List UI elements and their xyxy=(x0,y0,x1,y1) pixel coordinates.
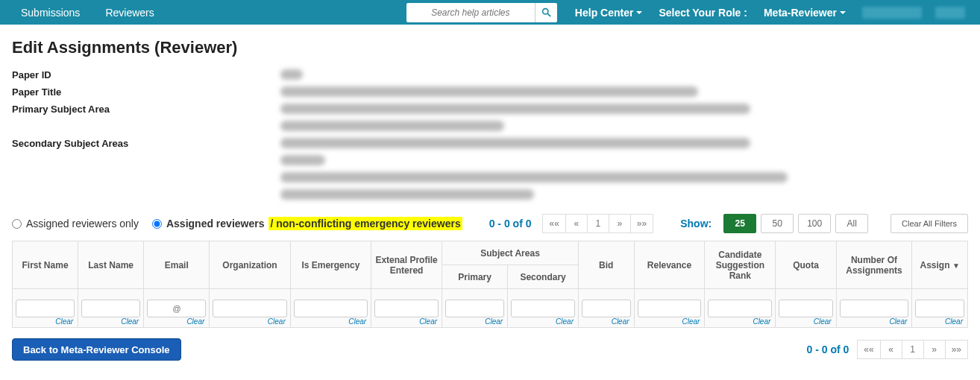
show-all[interactable]: All xyxy=(835,214,868,233)
filter-first-name[interactable] xyxy=(16,300,75,317)
nav-reviewers[interactable]: Reviewers xyxy=(95,1,164,25)
pager-next[interactable]: » xyxy=(609,214,631,233)
show-label: Show: xyxy=(680,218,712,229)
search-group xyxy=(406,3,557,22)
paper-id-label: Paper ID xyxy=(12,69,280,80)
pager-first[interactable]: «« xyxy=(542,214,565,233)
pager-bottom: «« « 1 » »» xyxy=(858,340,968,359)
filter-num-assignments[interactable] xyxy=(840,300,909,317)
back-to-console-button[interactable]: Back to Meta-Reviewer Console xyxy=(12,338,181,361)
filter-is-emergency[interactable] xyxy=(294,300,368,317)
filter-assign[interactable] xyxy=(915,300,964,317)
filter-organization[interactable] xyxy=(213,300,286,317)
radio-assigned-only-input[interactable] xyxy=(12,219,22,229)
paper-title-value-redacted xyxy=(280,86,698,97)
primary-area-value-redacted xyxy=(280,104,750,114)
sort-desc-icon: ▼ xyxy=(952,262,960,270)
clear-filter-candidate-rank[interactable]: Clear xyxy=(753,317,770,326)
col-quota[interactable]: Quota xyxy=(776,241,836,289)
clear-filter-is-emergency[interactable]: Clear xyxy=(348,317,366,326)
pager-prev-bottom[interactable]: « xyxy=(880,340,902,359)
pager-page-bottom[interactable]: 1 xyxy=(902,340,924,359)
page-size-group: 25 50 100 All xyxy=(723,214,868,233)
pager-top: «« « 1 » »» xyxy=(543,214,653,233)
filter-candidate-rank[interactable] xyxy=(708,300,772,317)
radio-assigned-emergency-input[interactable] xyxy=(152,219,162,229)
paper-title-label: Paper Title xyxy=(12,86,280,98)
radio-assigned-only-label: Assigned reviewers only xyxy=(26,218,139,229)
pager-prev[interactable]: « xyxy=(565,214,588,233)
col-assign[interactable]: Assign ▼ xyxy=(912,241,968,289)
radio-assigned-emergency-label-2: / non-conflicting emergency reviewers xyxy=(268,217,462,230)
primary-area-value-redacted-2 xyxy=(280,121,504,131)
clear-filter-relevance[interactable]: Clear xyxy=(682,317,700,326)
show-100[interactable]: 100 xyxy=(798,214,831,233)
clear-filter-assign[interactable]: Clear xyxy=(945,317,963,326)
secondary-areas-value-redacted xyxy=(280,138,750,148)
col-num-assignments[interactable]: Number Of Assignments xyxy=(836,241,912,289)
show-25[interactable]: 25 xyxy=(723,214,756,233)
clear-filter-last-name[interactable]: Clear xyxy=(121,317,139,326)
pager-next-bottom[interactable]: » xyxy=(923,340,946,359)
filter-external-profile[interactable] xyxy=(374,300,439,317)
clear-filter-quota[interactable]: Clear xyxy=(814,317,832,326)
clear-filter-subject-secondary[interactable]: Clear xyxy=(556,317,574,326)
secondary-areas-label: Secondary Subject Areas xyxy=(12,138,280,149)
paper-id-value-redacted xyxy=(280,69,303,80)
pager-page[interactable]: 1 xyxy=(587,214,609,233)
reviewers-table: First Name Last Name Email Organization … xyxy=(12,241,968,328)
col-last-name[interactable]: Last Name xyxy=(78,241,144,289)
clear-all-filters-button[interactable]: Clear All Filters xyxy=(891,214,968,233)
col-subject-areas: Subject Areas xyxy=(442,241,579,265)
col-external-profile[interactable]: Extenal Profile Entered xyxy=(371,241,442,289)
col-relevance[interactable]: Relevance xyxy=(634,241,705,289)
clear-filter-first-name[interactable]: Clear xyxy=(55,317,73,326)
search-button[interactable] xyxy=(535,3,557,22)
clear-filter-organization[interactable]: Clear xyxy=(268,317,286,326)
filter-bid[interactable] xyxy=(582,300,631,317)
results-count-bottom: 0 - 0 of 0 xyxy=(806,343,849,355)
secondary-areas-value-redacted-4 xyxy=(280,189,534,200)
results-count-top: 0 - 0 of 0 xyxy=(489,218,532,229)
user-name-redacted xyxy=(862,7,922,19)
filter-relevance[interactable] xyxy=(638,300,702,317)
filter-email[interactable] xyxy=(147,300,206,317)
help-center-label: Help Center xyxy=(575,7,634,19)
pager-last[interactable]: »» xyxy=(630,214,653,233)
filter-subject-primary[interactable] xyxy=(445,300,504,317)
search-input[interactable] xyxy=(406,3,535,22)
col-subject-secondary[interactable]: Secondary xyxy=(508,265,579,289)
filter-last-name[interactable] xyxy=(81,300,140,317)
clear-filter-email[interactable]: Clear xyxy=(186,317,204,326)
col-subject-primary[interactable]: Primary xyxy=(442,265,508,289)
secondary-areas-value-redacted-2 xyxy=(280,155,325,165)
show-50[interactable]: 50 xyxy=(761,214,794,233)
col-organization[interactable]: Organization xyxy=(210,241,290,289)
search-icon xyxy=(541,7,551,17)
radio-assigned-emergency-label-1: Assigned reviewers xyxy=(166,218,265,229)
col-bid[interactable]: Bid xyxy=(579,241,635,289)
user-menu-redacted xyxy=(935,7,965,19)
svg-line-1 xyxy=(547,13,550,16)
clear-filter-bid[interactable]: Clear xyxy=(612,317,629,326)
col-candidate-rank[interactable]: Candidate Suggestion Rank xyxy=(705,241,776,289)
clear-filter-subject-primary[interactable]: Clear xyxy=(485,317,503,326)
select-role-label: Select Your Role : xyxy=(654,7,752,19)
filter-subject-secondary[interactable] xyxy=(511,300,575,317)
radio-assigned-only[interactable]: Assigned reviewers only xyxy=(12,218,139,229)
caret-down-icon xyxy=(636,11,642,14)
pager-first-bottom[interactable]: «« xyxy=(857,340,880,359)
col-email[interactable]: Email xyxy=(144,241,210,289)
nav-submissions[interactable]: Submissions xyxy=(10,1,90,25)
top-navbar: Submissions Reviewers Help Center Select… xyxy=(0,0,980,25)
radio-assigned-emergency[interactable]: Assigned reviewers / non-conflicting eme… xyxy=(152,217,462,230)
help-center-dropdown[interactable]: Help Center xyxy=(568,7,650,19)
col-first-name[interactable]: First Name xyxy=(13,241,78,289)
filter-quota[interactable] xyxy=(779,300,832,317)
clear-filter-num-assignments[interactable]: Clear xyxy=(889,317,907,326)
col-is-emergency[interactable]: Is Emergency xyxy=(290,241,371,289)
pager-last-bottom[interactable]: »» xyxy=(945,340,968,359)
caret-down-icon xyxy=(840,11,846,14)
role-dropdown[interactable]: Meta-Reviewer xyxy=(756,7,853,19)
clear-filter-external-profile[interactable]: Clear xyxy=(419,317,437,326)
